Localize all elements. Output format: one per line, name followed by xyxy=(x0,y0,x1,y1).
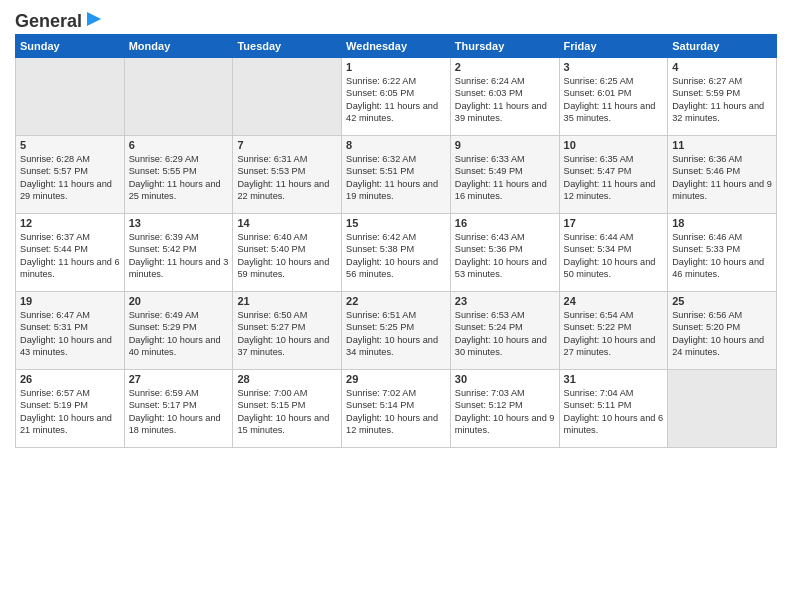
cell-info: Sunrise: 6:35 AMSunset: 5:47 PMDaylight:… xyxy=(564,153,664,203)
logo: General xyxy=(15,10,103,28)
cell-info: Sunrise: 6:24 AMSunset: 6:03 PMDaylight:… xyxy=(455,75,555,125)
cell-info: Sunrise: 6:22 AMSunset: 6:05 PMDaylight:… xyxy=(346,75,446,125)
calendar-cell: 19Sunrise: 6:47 AMSunset: 5:31 PMDayligh… xyxy=(16,292,125,370)
day-number: 10 xyxy=(564,139,664,151)
calendar-cell: 22Sunrise: 6:51 AMSunset: 5:25 PMDayligh… xyxy=(342,292,451,370)
day-number: 6 xyxy=(129,139,229,151)
week-row-4: 19Sunrise: 6:47 AMSunset: 5:31 PMDayligh… xyxy=(16,292,777,370)
cell-info: Sunrise: 7:02 AMSunset: 5:14 PMDaylight:… xyxy=(346,387,446,437)
cell-info: Sunrise: 6:54 AMSunset: 5:22 PMDaylight:… xyxy=(564,309,664,359)
cell-info: Sunrise: 6:36 AMSunset: 5:46 PMDaylight:… xyxy=(672,153,772,203)
day-number: 22 xyxy=(346,295,446,307)
cell-info: Sunrise: 6:31 AMSunset: 5:53 PMDaylight:… xyxy=(237,153,337,203)
col-header-wednesday: Wednesday xyxy=(342,35,451,58)
day-number: 20 xyxy=(129,295,229,307)
day-number: 2 xyxy=(455,61,555,73)
logo-general: General xyxy=(15,12,82,30)
calendar-cell: 3Sunrise: 6:25 AMSunset: 6:01 PMDaylight… xyxy=(559,58,668,136)
cell-info: Sunrise: 6:57 AMSunset: 5:19 PMDaylight:… xyxy=(20,387,120,437)
cell-info: Sunrise: 6:59 AMSunset: 5:17 PMDaylight:… xyxy=(129,387,229,437)
cell-info: Sunrise: 6:39 AMSunset: 5:42 PMDaylight:… xyxy=(129,231,229,281)
day-number: 17 xyxy=(564,217,664,229)
calendar-cell: 2Sunrise: 6:24 AMSunset: 6:03 PMDaylight… xyxy=(450,58,559,136)
day-number: 23 xyxy=(455,295,555,307)
cell-info: Sunrise: 6:46 AMSunset: 5:33 PMDaylight:… xyxy=(672,231,772,281)
col-header-friday: Friday xyxy=(559,35,668,58)
header-row: SundayMondayTuesdayWednesdayThursdayFrid… xyxy=(16,35,777,58)
cell-info: Sunrise: 6:28 AMSunset: 5:57 PMDaylight:… xyxy=(20,153,120,203)
calendar-cell: 21Sunrise: 6:50 AMSunset: 5:27 PMDayligh… xyxy=(233,292,342,370)
cell-info: Sunrise: 6:25 AMSunset: 6:01 PMDaylight:… xyxy=(564,75,664,125)
calendar-cell: 25Sunrise: 6:56 AMSunset: 5:20 PMDayligh… xyxy=(668,292,777,370)
svg-marker-0 xyxy=(87,12,101,26)
calendar-cell: 11Sunrise: 6:36 AMSunset: 5:46 PMDayligh… xyxy=(668,136,777,214)
day-number: 29 xyxy=(346,373,446,385)
calendar-cell: 13Sunrise: 6:39 AMSunset: 5:42 PMDayligh… xyxy=(124,214,233,292)
col-header-saturday: Saturday xyxy=(668,35,777,58)
calendar-cell: 10Sunrise: 6:35 AMSunset: 5:47 PMDayligh… xyxy=(559,136,668,214)
cell-info: Sunrise: 6:37 AMSunset: 5:44 PMDaylight:… xyxy=(20,231,120,281)
col-header-monday: Monday xyxy=(124,35,233,58)
day-number: 1 xyxy=(346,61,446,73)
cell-info: Sunrise: 7:04 AMSunset: 5:11 PMDaylight:… xyxy=(564,387,664,437)
cell-info: Sunrise: 6:44 AMSunset: 5:34 PMDaylight:… xyxy=(564,231,664,281)
calendar-cell: 8Sunrise: 6:32 AMSunset: 5:51 PMDaylight… xyxy=(342,136,451,214)
calendar-cell: 31Sunrise: 7:04 AMSunset: 5:11 PMDayligh… xyxy=(559,370,668,448)
calendar-cell: 28Sunrise: 7:00 AMSunset: 5:15 PMDayligh… xyxy=(233,370,342,448)
day-number: 8 xyxy=(346,139,446,151)
day-number: 16 xyxy=(455,217,555,229)
cell-info: Sunrise: 7:00 AMSunset: 5:15 PMDaylight:… xyxy=(237,387,337,437)
calendar-cell: 24Sunrise: 6:54 AMSunset: 5:22 PMDayligh… xyxy=(559,292,668,370)
calendar-cell: 12Sunrise: 6:37 AMSunset: 5:44 PMDayligh… xyxy=(16,214,125,292)
day-number: 14 xyxy=(237,217,337,229)
calendar-cell: 4Sunrise: 6:27 AMSunset: 5:59 PMDaylight… xyxy=(668,58,777,136)
calendar-table: SundayMondayTuesdayWednesdayThursdayFrid… xyxy=(15,34,777,448)
day-number: 21 xyxy=(237,295,337,307)
header: General xyxy=(15,10,777,28)
cell-info: Sunrise: 6:49 AMSunset: 5:29 PMDaylight:… xyxy=(129,309,229,359)
cell-info: Sunrise: 6:29 AMSunset: 5:55 PMDaylight:… xyxy=(129,153,229,203)
day-number: 30 xyxy=(455,373,555,385)
calendar-cell: 27Sunrise: 6:59 AMSunset: 5:17 PMDayligh… xyxy=(124,370,233,448)
week-row-3: 12Sunrise: 6:37 AMSunset: 5:44 PMDayligh… xyxy=(16,214,777,292)
page-container: General SundayMondayTuesdayWednesdayThur… xyxy=(0,0,792,458)
calendar-cell: 6Sunrise: 6:29 AMSunset: 5:55 PMDaylight… xyxy=(124,136,233,214)
week-row-5: 26Sunrise: 6:57 AMSunset: 5:19 PMDayligh… xyxy=(16,370,777,448)
calendar-cell: 1Sunrise: 6:22 AMSunset: 6:05 PMDaylight… xyxy=(342,58,451,136)
day-number: 13 xyxy=(129,217,229,229)
calendar-cell: 29Sunrise: 7:02 AMSunset: 5:14 PMDayligh… xyxy=(342,370,451,448)
calendar-cell: 23Sunrise: 6:53 AMSunset: 5:24 PMDayligh… xyxy=(450,292,559,370)
calendar-cell: 16Sunrise: 6:43 AMSunset: 5:36 PMDayligh… xyxy=(450,214,559,292)
day-number: 3 xyxy=(564,61,664,73)
calendar-cell: 14Sunrise: 6:40 AMSunset: 5:40 PMDayligh… xyxy=(233,214,342,292)
day-number: 18 xyxy=(672,217,772,229)
cell-info: Sunrise: 6:42 AMSunset: 5:38 PMDaylight:… xyxy=(346,231,446,281)
logo-arrow-icon xyxy=(85,10,103,28)
calendar-cell: 17Sunrise: 6:44 AMSunset: 5:34 PMDayligh… xyxy=(559,214,668,292)
day-number: 11 xyxy=(672,139,772,151)
week-row-1: 1Sunrise: 6:22 AMSunset: 6:05 PMDaylight… xyxy=(16,58,777,136)
cell-info: Sunrise: 6:50 AMSunset: 5:27 PMDaylight:… xyxy=(237,309,337,359)
calendar-cell: 26Sunrise: 6:57 AMSunset: 5:19 PMDayligh… xyxy=(16,370,125,448)
cell-info: Sunrise: 6:53 AMSunset: 5:24 PMDaylight:… xyxy=(455,309,555,359)
calendar-cell xyxy=(16,58,125,136)
day-number: 31 xyxy=(564,373,664,385)
cell-info: Sunrise: 6:32 AMSunset: 5:51 PMDaylight:… xyxy=(346,153,446,203)
day-number: 12 xyxy=(20,217,120,229)
calendar-cell: 5Sunrise: 6:28 AMSunset: 5:57 PMDaylight… xyxy=(16,136,125,214)
cell-info: Sunrise: 6:47 AMSunset: 5:31 PMDaylight:… xyxy=(20,309,120,359)
calendar-cell: 20Sunrise: 6:49 AMSunset: 5:29 PMDayligh… xyxy=(124,292,233,370)
day-number: 5 xyxy=(20,139,120,151)
col-header-tuesday: Tuesday xyxy=(233,35,342,58)
cell-info: Sunrise: 7:03 AMSunset: 5:12 PMDaylight:… xyxy=(455,387,555,437)
week-row-2: 5Sunrise: 6:28 AMSunset: 5:57 PMDaylight… xyxy=(16,136,777,214)
cell-info: Sunrise: 6:33 AMSunset: 5:49 PMDaylight:… xyxy=(455,153,555,203)
day-number: 9 xyxy=(455,139,555,151)
cell-info: Sunrise: 6:27 AMSunset: 5:59 PMDaylight:… xyxy=(672,75,772,125)
col-header-thursday: Thursday xyxy=(450,35,559,58)
cell-info: Sunrise: 6:51 AMSunset: 5:25 PMDaylight:… xyxy=(346,309,446,359)
day-number: 25 xyxy=(672,295,772,307)
cell-info: Sunrise: 6:56 AMSunset: 5:20 PMDaylight:… xyxy=(672,309,772,359)
day-number: 27 xyxy=(129,373,229,385)
calendar-cell: 18Sunrise: 6:46 AMSunset: 5:33 PMDayligh… xyxy=(668,214,777,292)
